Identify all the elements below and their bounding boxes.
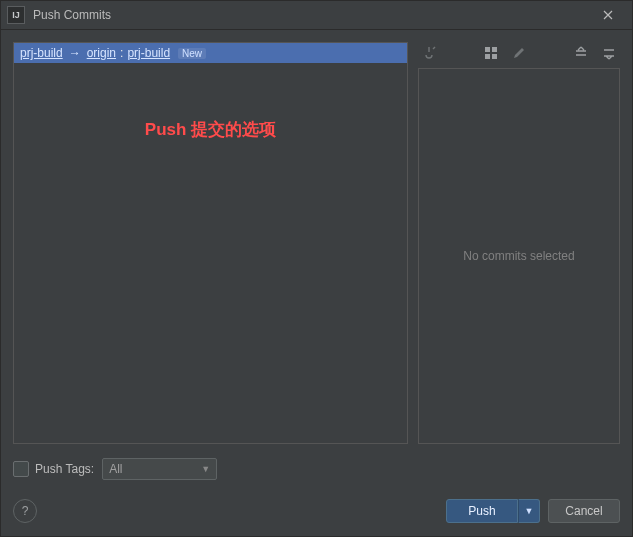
collapse-all-icon[interactable] [600, 44, 618, 62]
push-dropdown-button[interactable]: ▼ [518, 499, 540, 523]
group-by-icon[interactable] [482, 44, 500, 62]
close-icon [603, 10, 613, 20]
help-button[interactable]: ? [13, 499, 37, 523]
dialog-body: prj-build → origin : prj-build New Push … [1, 30, 632, 536]
commit-toolbar [418, 42, 620, 68]
annotation-overlay: Push 提交的选项 [14, 118, 407, 141]
svg-rect-2 [485, 54, 490, 59]
commit-preview-pane: No commits selected [418, 68, 620, 444]
push-button[interactable]: Push [446, 499, 518, 523]
push-tags-select[interactable]: All ▼ [102, 458, 217, 480]
push-commits-dialog: IJ Push Commits prj-build → origin : prj… [0, 0, 633, 537]
chevron-down-icon: ▼ [201, 464, 210, 474]
svg-rect-1 [492, 47, 497, 52]
push-tags-label: Push Tags: [35, 462, 94, 476]
new-badge: New [178, 48, 206, 59]
chevron-down-icon: ▼ [525, 506, 534, 516]
footer: ? Push ▼ Cancel [13, 496, 620, 526]
commits-tree-pane[interactable]: prj-build → origin : prj-build New Push … [13, 42, 408, 444]
svg-rect-0 [485, 47, 490, 52]
remote-branch: prj-build [127, 46, 170, 60]
expand-all-icon[interactable] [572, 44, 590, 62]
main-area: prj-build → origin : prj-build New Push … [13, 42, 620, 444]
right-pane: No commits selected [418, 42, 620, 444]
colon: : [120, 46, 123, 60]
window-title: Push Commits [33, 8, 588, 22]
push-tags-checkbox-wrap[interactable]: Push Tags: [13, 461, 94, 477]
app-icon: IJ [7, 6, 25, 24]
titlebar: IJ Push Commits [1, 1, 632, 30]
remote-name: origin [87, 46, 116, 60]
local-branch: prj-build [20, 46, 63, 60]
push-tags-checkbox[interactable] [13, 461, 29, 477]
arrow-icon: → [67, 46, 83, 60]
push-tags-selected: All [109, 462, 122, 476]
svg-rect-3 [492, 54, 497, 59]
edit-icon[interactable] [510, 44, 528, 62]
cancel-button[interactable]: Cancel [548, 499, 620, 523]
push-split-button: Push ▼ [446, 499, 540, 523]
cherry-pick-icon[interactable] [420, 44, 438, 62]
empty-state-text: No commits selected [463, 249, 574, 263]
branch-row[interactable]: prj-build → origin : prj-build New [14, 43, 407, 63]
push-tags-row: Push Tags: All ▼ [13, 456, 620, 482]
close-button[interactable] [588, 1, 628, 29]
